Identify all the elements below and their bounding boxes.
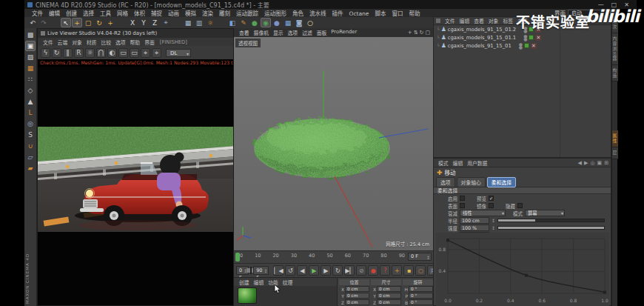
toolbar-icon[interactable] xyxy=(216,18,227,27)
object-name[interactable]: cgaxis_models_91_15_01.2 xyxy=(448,27,516,33)
transport-button[interactable]: ▶ xyxy=(309,265,319,276)
menu-item[interactable]: 选择 xyxy=(80,10,97,17)
size-header[interactable]: 尺寸 xyxy=(371,279,401,285)
side-tab[interactable]: 属性 xyxy=(612,130,618,147)
live-viewer-tool-icon[interactable]: ⌖ xyxy=(141,48,150,58)
menu-item[interactable]: 编辑 xyxy=(46,10,63,17)
view-label[interactable]: 透视视图 xyxy=(235,39,261,47)
visibility-dots-icon[interactable]: ●● xyxy=(519,43,523,49)
attribute-nav-icon[interactable]: ◎ xyxy=(590,160,594,166)
falloff-select[interactable]: 线性 xyxy=(460,210,506,216)
toolbar-icon[interactable]: ○ xyxy=(305,18,315,27)
toolbar-icon[interactable]: ▦ xyxy=(283,18,293,27)
menu-item[interactable]: 模拟 xyxy=(182,10,199,17)
menu-item[interactable]: 云端 xyxy=(56,39,70,46)
transport-button[interactable]: ◀ xyxy=(297,265,307,276)
palette-icon[interactable]: ▣ xyxy=(25,41,36,51)
menu-item[interactable]: 创建 xyxy=(63,10,80,17)
toolbar-icon[interactable]: Y xyxy=(138,18,149,27)
palette-icon[interactable]: ◇ xyxy=(25,85,36,96)
palette-icon[interactable]: ▲ xyxy=(25,96,36,107)
toolbar-icon[interactable]: ◧ xyxy=(227,18,238,27)
object-row[interactable]: └ ♟ cgaxis_models_91_15_01 ●● ✕ xyxy=(434,41,611,50)
menu-item[interactable]: Octane xyxy=(346,10,372,17)
mode-select[interactable]: 屏幕 xyxy=(525,210,565,216)
attribute-nav-icon[interactable]: ◀ xyxy=(578,160,582,166)
menu-item[interactable]: 查看 xyxy=(237,29,252,36)
transport-button[interactable]: ○ xyxy=(415,265,426,276)
transport-button[interactable]: + xyxy=(392,265,402,276)
live-viewer-title-bar[interactable]: Live Viewer Studio V4.04-R2 (30 days lef… xyxy=(38,29,233,38)
menu-item[interactable]: 显示 xyxy=(271,29,286,36)
menu-item[interactable]: 文件 xyxy=(29,10,46,17)
menu-item[interactable]: ProRender xyxy=(329,29,359,36)
material-thumbnail[interactable] xyxy=(238,287,257,304)
toolbar-icon[interactable]: ◉ xyxy=(261,18,271,27)
palette-icon[interactable]: ▨ xyxy=(25,52,36,62)
menu-item[interactable]: 创建 xyxy=(237,279,252,286)
menu-item[interactable]: 编辑 xyxy=(451,159,466,167)
rot-b-field[interactable]: 0 ° xyxy=(409,299,433,305)
size-x-field[interactable]: 0 cm xyxy=(377,286,401,292)
attribute-tab[interactable]: 柔和选择 xyxy=(487,177,516,187)
object-row[interactable]: └ ♟ cgaxis_models_91_15_01.1 ●● ✕ xyxy=(434,33,611,41)
render-canvas[interactable] xyxy=(38,67,233,305)
live-viewer-tool-icon[interactable]: R xyxy=(74,48,84,58)
live-viewer-tool-icon[interactable]: ▭ xyxy=(130,48,139,58)
size-z-field[interactable]: 0 cm xyxy=(377,299,401,305)
menu-item[interactable]: 运动跟踪 xyxy=(233,10,261,17)
menu-item[interactable]: 窗口 xyxy=(389,10,406,17)
menu-item[interactable]: 摄像机 xyxy=(252,29,271,36)
transport-button[interactable]: ⊘ xyxy=(356,265,366,276)
toolbar-icon[interactable]: ▦ xyxy=(183,18,193,27)
view-nav-icon[interactable]: ▢ xyxy=(425,30,430,36)
attribute-nav-icon[interactable]: ▶ xyxy=(584,160,588,166)
section-header[interactable]: 柔和选择 xyxy=(434,187,611,194)
menu-item[interactable]: 选项 xyxy=(113,39,128,46)
menu-item[interactable]: 捕捉 xyxy=(148,10,165,17)
menu-item[interactable]: 文件 xyxy=(41,39,56,46)
transport-button[interactable]: ▶▏ xyxy=(344,265,355,276)
palette-icon[interactable]: L xyxy=(25,107,36,118)
menu-item[interactable]: 模式 xyxy=(436,159,451,167)
menu-item[interactable]: 工具 xyxy=(97,10,114,17)
live-viewer-tool-icon[interactable]: ▭ xyxy=(118,48,128,58)
xpresso-tag-icon[interactable]: ✕ xyxy=(535,35,541,41)
toolbar-icon[interactable]: Z xyxy=(150,18,160,27)
preview-checkbox[interactable]: ✓ xyxy=(489,196,494,201)
palette-icon[interactable]: ∷ xyxy=(25,74,36,84)
menu-item[interactable]: 用户数据 xyxy=(465,159,489,167)
toolbar-icon[interactable]: ↶ xyxy=(27,18,38,27)
range-slider[interactable] xyxy=(250,267,252,274)
toolbar-icon[interactable]: ◙ xyxy=(294,18,304,27)
pos-x-field[interactable]: 0 cm xyxy=(345,286,369,292)
surface-checkbox[interactable] xyxy=(460,203,465,208)
palette-icon[interactable]: ▱ xyxy=(25,152,36,162)
toolbar-icon[interactable]: ⌖ xyxy=(161,18,171,27)
menu-item[interactable]: 渲染 xyxy=(199,10,216,17)
menu-item[interactable]: 界面 xyxy=(142,39,157,46)
object-name[interactable]: cgaxis_models_91_15_01.1 xyxy=(448,35,516,41)
live-viewer-tool-icon[interactable]: ϟ xyxy=(41,48,50,58)
pos-y-field[interactable]: 0 cm xyxy=(345,293,369,299)
view-nav-icon[interactable]: ⇅ xyxy=(414,30,418,36)
toolbar-icon[interactable]: ↻ xyxy=(94,18,104,27)
menu-item[interactable]: 帮助 xyxy=(128,39,143,46)
live-viewer-tool-icon[interactable]: ☼ xyxy=(85,48,95,58)
menu-item[interactable]: 动画 xyxy=(165,10,182,17)
strength-field[interactable]: 100 % xyxy=(460,224,489,231)
size-y-field[interactable]: 0 cm xyxy=(377,293,401,299)
attribute-nav-icon[interactable]: ▣ xyxy=(597,160,603,166)
enable-checkbox[interactable] xyxy=(460,196,465,201)
radius-field[interactable]: 100 cm xyxy=(460,217,489,224)
transport-button[interactable]: ↺ xyxy=(285,265,295,276)
live-viewer-tool-icon[interactable]: ↻ xyxy=(52,48,61,58)
menu-item[interactable]: 网格 xyxy=(114,10,131,17)
menu-item[interactable]: 查看 xyxy=(472,17,486,24)
toolbar-icon[interactable] xyxy=(172,18,182,27)
toolbar-icon[interactable]: ↖ xyxy=(61,18,71,27)
menu-item[interactable]: 插件 xyxy=(329,10,346,17)
menu-item[interactable]: 面板 xyxy=(315,29,329,36)
toolbar-icon[interactable] xyxy=(50,18,60,27)
live-viewer-tool-icon[interactable]: ⋂ xyxy=(96,48,106,58)
